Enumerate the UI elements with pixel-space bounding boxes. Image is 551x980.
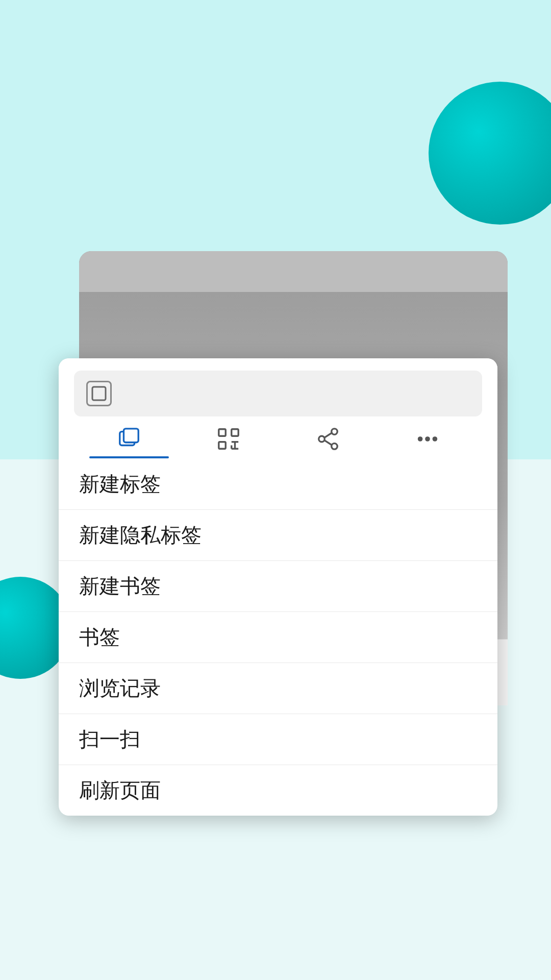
svg-point-11 (318, 436, 324, 442)
menu-item-new-private-tab[interactable]: 新建隐私标签 (59, 509, 497, 560)
tab-square-icon (86, 381, 112, 406)
tab-tabs[interactable] (79, 427, 179, 458)
menu-icon-tabs (74, 427, 482, 458)
tab-more[interactable] (378, 427, 477, 458)
menu-item-history[interactable]: 浏览记录 (59, 663, 497, 714)
menu-item-scan[interactable]: 扫一扫 (59, 714, 497, 765)
svg-rect-0 (92, 387, 106, 400)
svg-rect-5 (218, 442, 225, 449)
svg-rect-4 (231, 429, 238, 436)
menu-tab-bar (59, 358, 497, 458)
svg-rect-3 (218, 429, 225, 436)
svg-line-14 (324, 440, 331, 445)
browser-title-bar (79, 251, 508, 292)
svg-point-10 (331, 429, 337, 435)
svg-point-12 (331, 444, 337, 450)
menu-item-new-tab[interactable]: 新建标签 (59, 458, 497, 509)
tab-share[interactable] (278, 427, 378, 458)
menu-item-new-bookmark[interactable]: 新建书签 (59, 560, 497, 611)
svg-rect-2 (123, 429, 138, 443)
tab-scan[interactable] (179, 427, 278, 458)
menu-item-refresh[interactable]: 刷新页面 (59, 765, 497, 816)
menu-item-bookmarks[interactable]: 书签 (59, 611, 497, 663)
menu-items-list: 新建标签 新建隐私标签 新建书签 书签 浏览记录 扫一扫 刷新页 (59, 458, 497, 816)
svg-point-16 (425, 436, 430, 442)
svg-point-15 (417, 436, 422, 442)
page-wrapper: 保护隐私 无广告、不记录、不共享、不追踪 用户数据 太本脚本浏览器 (0, 0, 551, 980)
svg-line-13 (324, 433, 331, 437)
tab-search-box[interactable] (74, 371, 482, 416)
context-menu: 新建标签 新建隐私标签 新建书签 书签 浏览记录 扫一扫 刷新页 (59, 358, 497, 816)
svg-point-17 (432, 436, 437, 442)
browser-mock: 太本脚本浏览器 (79, 251, 508, 719)
